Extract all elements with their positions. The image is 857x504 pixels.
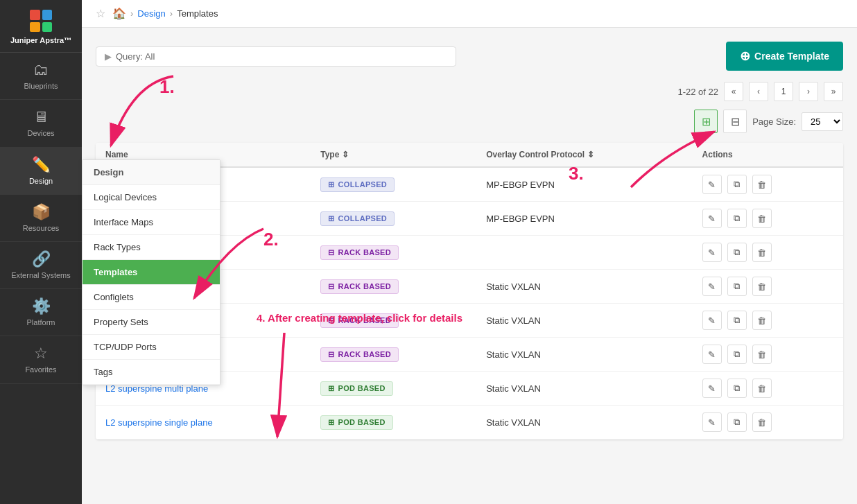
sidebar-item-resources[interactable]: 📦 Resources xyxy=(0,195,82,242)
delete-button[interactable]: 🗑 xyxy=(752,175,772,194)
overlay-value: Static VXLAN xyxy=(476,270,692,304)
sidebar-item-platform[interactable]: ⚙️ Platform xyxy=(0,289,82,336)
resources-icon: 📦 xyxy=(32,203,51,221)
overlay-value: MP-EBGP EVPN xyxy=(476,202,692,236)
col-actions: Actions xyxy=(693,143,843,167)
list-view-button[interactable]: ⊟ xyxy=(723,110,747,133)
copy-button[interactable]: ⧉ xyxy=(727,209,747,228)
overlay-value: MP-EBGP EVPN xyxy=(476,167,692,202)
copy-button[interactable]: ⧉ xyxy=(727,379,747,398)
devices-icon: 🖥 xyxy=(33,108,49,126)
dropdown-item-rack-types[interactable]: Rack Types xyxy=(83,235,220,260)
platform-icon: ⚙️ xyxy=(32,297,51,315)
actions-cell: ✎ ⧉ 🗑 xyxy=(702,379,833,398)
query-bar[interactable]: ▶ Query: All xyxy=(96,46,456,67)
sidebar-item-design[interactable]: ✏️ Design xyxy=(0,148,82,195)
app-name: Juniper Apstra™ xyxy=(10,36,71,45)
query-text: Query: All xyxy=(116,51,155,62)
copy-button[interactable]: ⧉ xyxy=(727,277,747,296)
overlay-value: Static VXLAN xyxy=(476,372,692,406)
col-overlay[interactable]: Overlay Control Protocol ⇕ xyxy=(476,143,692,167)
pagination-last-button[interactable]: » xyxy=(824,82,843,101)
pagination-info: 1-22 of 22 xyxy=(677,87,718,97)
pagination-first-button[interactable]: « xyxy=(724,82,743,101)
delete-button[interactable]: 🗑 xyxy=(752,311,772,330)
sidebar-item-external-systems[interactable]: 🔗 External Systems xyxy=(0,242,82,289)
dropdown-item-logical-devices[interactable]: Logical Devices xyxy=(83,185,220,210)
overlay-value: Static VXLAN xyxy=(476,304,692,338)
badge-icon: ⊟ xyxy=(328,282,334,291)
dropdown-item-tags[interactable]: Tags xyxy=(83,360,220,385)
delete-button[interactable]: 🗑 xyxy=(752,209,772,228)
pagination-next-button[interactable]: › xyxy=(799,82,818,101)
create-plus-icon: ⊕ xyxy=(740,49,750,64)
type-badge: ⊟ RACK BASED xyxy=(320,313,399,328)
dropdown-item-tcp-udp-ports[interactable]: TCP/UDP Ports xyxy=(83,335,220,360)
design-dropdown-menu: Design Logical Devices Interface Maps Ra… xyxy=(82,159,220,385)
badge-icon: ⊞ xyxy=(328,214,334,223)
type-badge: ⊟ RACK BASED xyxy=(320,347,399,362)
badge-icon: ⊟ xyxy=(328,248,334,257)
edit-button[interactable]: ✎ xyxy=(702,243,722,262)
copy-button[interactable]: ⧉ xyxy=(727,412,747,432)
breadcrumb-design-link[interactable]: Design xyxy=(137,8,165,19)
home-icon[interactable]: 🏠 xyxy=(112,7,126,20)
delete-button[interactable]: 🗑 xyxy=(752,345,772,364)
design-icon: ✏️ xyxy=(32,156,51,174)
copy-button[interactable]: ⧉ xyxy=(727,175,747,194)
delete-button[interactable]: 🗑 xyxy=(752,412,772,432)
copy-button[interactable]: ⧉ xyxy=(727,311,747,330)
copy-button[interactable]: ⧉ xyxy=(727,243,747,262)
pagination-row: 1-22 of 22 « ‹ 1 › » xyxy=(96,82,843,101)
dropdown-item-property-sets[interactable]: Property Sets xyxy=(83,310,220,335)
delete-button[interactable]: 🗑 xyxy=(752,379,772,398)
edit-button[interactable]: ✎ xyxy=(702,379,722,398)
toolbar: ▶ Query: All ⊕ Create Template xyxy=(96,42,843,71)
badge-icon: ⊞ xyxy=(328,418,334,427)
edit-button[interactable]: ✎ xyxy=(702,345,722,364)
sidebar-item-blueprints[interactable]: 🗂 Blueprints xyxy=(0,53,82,100)
breadcrumb-sep1: › xyxy=(130,8,133,19)
dropdown-item-interface-maps[interactable]: Interface Maps xyxy=(83,210,220,235)
edit-button[interactable]: ✎ xyxy=(702,311,722,330)
page-size-select[interactable]: 25 10 50 100 xyxy=(802,112,843,131)
sidebar-label-external-systems: External Systems xyxy=(11,271,71,280)
edit-button[interactable]: ✎ xyxy=(702,277,722,296)
pagination-prev-button[interactable]: ‹ xyxy=(749,82,768,101)
sidebar-label-platform: Platform xyxy=(27,318,55,327)
sidebar-label-blueprints: Blueprints xyxy=(24,82,58,91)
type-badge: ⊟ RACK BASED xyxy=(320,245,399,260)
overlay-value: Static VXLAN xyxy=(476,338,692,372)
table-row: L2 superspine single plane ⊞ POD BASED S… xyxy=(96,406,843,440)
sidebar-item-favorites[interactable]: ☆ Favorites xyxy=(0,336,82,383)
external-systems-icon: 🔗 xyxy=(32,250,51,268)
badge-icon: ⊞ xyxy=(328,384,334,393)
actions-cell: ✎ ⧉ 🗑 xyxy=(702,277,833,296)
favorite-star-icon[interactable]: ☆ xyxy=(96,7,105,20)
grid-view-button[interactable]: ⊞ xyxy=(694,110,718,133)
dropdown-item-configlets[interactable]: Configlets xyxy=(83,285,220,310)
delete-button[interactable]: 🗑 xyxy=(752,277,772,296)
edit-button[interactable]: ✎ xyxy=(702,175,722,194)
col-type[interactable]: Type ⇕ xyxy=(311,143,476,167)
overlay-value: Static VXLAN xyxy=(476,406,692,440)
pagination-page-number: 1 xyxy=(774,82,793,101)
create-template-button[interactable]: ⊕ Create Template xyxy=(726,42,843,71)
favorites-icon: ☆ xyxy=(34,345,48,363)
sidebar-item-devices[interactable]: 🖥 Devices xyxy=(0,100,82,147)
sidebar-label-design: Design xyxy=(29,177,53,186)
delete-button[interactable]: 🗑 xyxy=(752,243,772,262)
page-size-label: Page Size: xyxy=(752,116,796,127)
breadcrumb: ☆ 🏠 › Design › Templates xyxy=(82,0,857,28)
dropdown-header: Design xyxy=(83,160,220,185)
type-badge: ⊞ POD BASED xyxy=(320,381,392,396)
template-name-link[interactable]: L2 superspine single plane xyxy=(105,417,213,428)
type-badge: ⊞ POD BASED xyxy=(320,415,392,430)
actions-cell: ✎ ⧉ 🗑 xyxy=(702,345,833,364)
dropdown-item-templates[interactable]: Templates xyxy=(83,260,220,285)
edit-button[interactable]: ✎ xyxy=(702,412,722,432)
copy-button[interactable]: ⧉ xyxy=(727,345,747,364)
actions-cell: ✎ ⧉ 🗑 xyxy=(702,209,833,228)
blueprints-icon: 🗂 xyxy=(33,61,49,79)
edit-button[interactable]: ✎ xyxy=(702,209,722,228)
